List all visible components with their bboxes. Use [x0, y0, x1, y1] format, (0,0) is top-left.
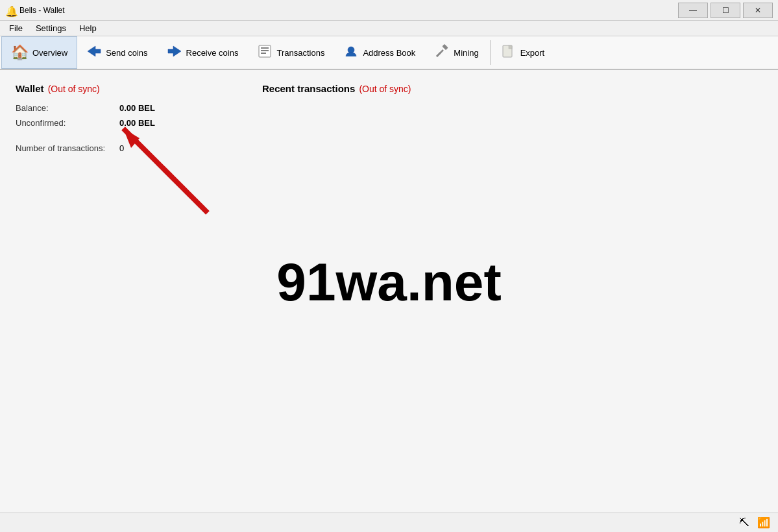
main-panel: Wallet(Out of sync) Balance: 0.00 BEL Un…: [0, 70, 778, 513]
svg-rect-11: [509, 45, 512, 49]
toolbar-address-book-button[interactable]: Address Book: [334, 36, 425, 69]
svg-marker-0: [88, 46, 101, 56]
transactions-count-row: Number of transactions: 0: [16, 143, 236, 153]
toolbar-separator: [490, 40, 491, 65]
status-bar: ⛏ 📶: [0, 513, 778, 532]
minimize-button[interactable]: —: [678, 3, 708, 18]
balance-row: Balance: 0.00 BEL: [16, 103, 236, 113]
recent-transactions-title: Recent transactions(Out of sync): [262, 83, 762, 94]
transactions-icon: [257, 43, 273, 62]
toolbar-receive-coins-button[interactable]: Receive coins: [158, 36, 249, 69]
wallet-section-title: Wallet(Out of sync): [16, 83, 236, 94]
toolbar-mining-label: Mining: [454, 48, 478, 58]
menu-item-help[interactable]: Help: [73, 22, 103, 34]
toolbar: 🏠 Overview Send coins Receive coins Tra: [0, 36, 778, 70]
maximize-button[interactable]: ☐: [711, 3, 740, 18]
window-title: Bells - Wallet: [19, 6, 678, 15]
address-book-icon: [343, 43, 359, 62]
wallet-section: Wallet(Out of sync) Balance: 0.00 BEL Un…: [16, 83, 236, 500]
receive-coins-icon: [167, 43, 182, 62]
toolbar-transactions-label: Transactions: [276, 48, 324, 58]
unconfirmed-value: 0.00 BEL: [119, 118, 155, 128]
toolbar-send-coins-label: Send coins: [106, 48, 147, 58]
toolbar-overview-label: Overview: [32, 48, 67, 58]
toolbar-export-label: Export: [520, 48, 545, 58]
app-icon: 🔔: [5, 5, 16, 16]
toolbar-address-book-label: Address Book: [363, 48, 415, 58]
toolbar-receive-coins-label: Receive coins: [186, 48, 239, 58]
window-controls: — ☐ ✕: [678, 3, 773, 18]
overview-icon: 🏠: [11, 45, 29, 60]
title-bar: 🔔 Bells - Wallet — ☐ ✕: [0, 0, 778, 21]
balance-value: 0.00 BEL: [119, 103, 155, 113]
content-area: 91wa.net Wallet(Out of sync) Balance: 0.…: [0, 70, 778, 513]
svg-marker-1: [168, 46, 181, 56]
unconfirmed-label: Unconfirmed:: [16, 118, 119, 128]
toolbar-overview-button[interactable]: 🏠 Overview: [1, 36, 77, 69]
send-coins-icon: [86, 43, 102, 62]
svg-rect-9: [443, 44, 448, 50]
mining-icon: [434, 43, 450, 62]
menu-bar: File Settings Help: [0, 21, 778, 36]
network-status-icon: 📶: [757, 516, 770, 529]
transactions-count-value: 0: [119, 143, 124, 153]
toolbar-transactions-button[interactable]: Transactions: [248, 36, 334, 69]
recent-transactions-section: Recent transactions(Out of sync): [262, 83, 762, 500]
svg-rect-2: [259, 45, 271, 57]
toolbar-send-coins-button[interactable]: Send coins: [77, 36, 157, 69]
recent-transactions-sync-status: (Out of sync): [359, 84, 411, 94]
svg-point-6: [348, 47, 354, 53]
export-icon: [501, 43, 517, 62]
transactions-count-label: Number of transactions:: [16, 143, 119, 153]
menu-item-settings[interactable]: Settings: [29, 22, 73, 34]
toolbar-export-button[interactable]: Export: [492, 36, 555, 69]
mining-status-icon: ⛏: [739, 517, 749, 529]
unconfirmed-row: Unconfirmed: 0.00 BEL: [16, 118, 236, 128]
menu-item-file[interactable]: File: [3, 22, 29, 34]
close-button[interactable]: ✕: [743, 3, 773, 18]
wallet-sync-status: (Out of sync): [48, 84, 100, 94]
svg-line-8: [437, 53, 441, 56]
balance-label: Balance:: [16, 103, 119, 113]
toolbar-mining-button[interactable]: Mining: [425, 36, 488, 69]
